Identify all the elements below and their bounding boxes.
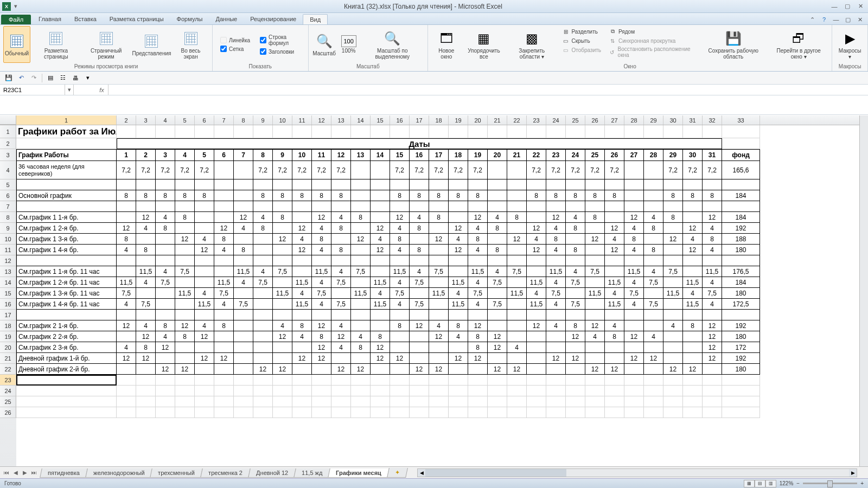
cell[interactable]: 12 (585, 364, 605, 375)
cell[interactable]: 8 (624, 234, 644, 245)
cell[interactable]: 12 (371, 342, 390, 353)
cell[interactable] (156, 234, 175, 245)
cell[interactable] (566, 310, 585, 320)
cell[interactable]: См.график 1 1-я бр. (16, 212, 117, 223)
cell[interactable]: 7,5 (312, 288, 331, 299)
cell[interactable] (156, 201, 175, 212)
cell[interactable]: 8 (390, 320, 410, 331)
cell[interactable]: 12 (410, 320, 429, 331)
cell[interactable] (312, 255, 331, 266)
cell[interactable]: 4 (449, 288, 468, 299)
cell[interactable] (312, 364, 331, 375)
cell[interactable] (507, 353, 527, 364)
zoom-level[interactable]: 122% (780, 480, 794, 486)
cell[interactable]: 4 (234, 277, 253, 288)
cell[interactable]: 12 (312, 212, 331, 223)
cell[interactable] (546, 255, 566, 266)
cell[interactable]: 165,6 (722, 161, 760, 179)
cell[interactable]: 12 (117, 320, 136, 331)
cell[interactable]: 8 (663, 212, 683, 223)
cell[interactable] (390, 201, 410, 212)
cell[interactable]: 12 (429, 364, 449, 375)
cell[interactable] (605, 201, 624, 212)
cell[interactable] (449, 179, 468, 190)
cell[interactable]: 11,5 (214, 277, 234, 288)
cell[interactable] (429, 310, 449, 320)
cell[interactable] (156, 375, 175, 386)
row-header[interactable]: 10 (0, 234, 16, 245)
column-header[interactable]: 30 (663, 115, 683, 125)
cell[interactable] (175, 299, 195, 310)
cell[interactable]: 12 (488, 364, 507, 375)
cell[interactable] (331, 310, 351, 320)
cell[interactable] (429, 342, 449, 353)
cell[interactable] (136, 375, 156, 386)
cell[interactable]: 7,2 (195, 161, 214, 179)
cell[interactable]: 4 (663, 320, 683, 331)
row-header[interactable]: 24 (0, 386, 16, 396)
row-header[interactable]: 11 (0, 245, 16, 255)
cell[interactable] (331, 407, 351, 418)
column-header[interactable]: 28 (624, 115, 644, 125)
cell[interactable]: См.график 1 2-я бр. 11 час (16, 277, 117, 288)
cell[interactable]: 4 (605, 234, 624, 245)
cell[interactable] (527, 212, 546, 223)
cell[interactable]: 8 (234, 245, 253, 255)
cell[interactable] (624, 190, 644, 201)
cell[interactable] (683, 266, 703, 277)
cell[interactable]: 8 (292, 190, 312, 201)
column-header[interactable]: 27 (605, 115, 624, 125)
cell[interactable] (488, 396, 507, 407)
cell[interactable] (566, 125, 585, 138)
cell[interactable] (429, 407, 449, 418)
cell[interactable] (449, 375, 468, 386)
cell[interactable]: 4 (195, 288, 214, 299)
cell[interactable]: 8 (156, 320, 175, 331)
cell[interactable]: 12 (663, 364, 683, 375)
cell[interactable]: 4 (253, 212, 273, 223)
cell[interactable] (546, 364, 566, 375)
close-button[interactable]: ✕ (855, 2, 866, 11)
cell[interactable] (175, 223, 195, 234)
cell[interactable]: 8 (292, 320, 312, 331)
cell[interactable] (117, 396, 136, 407)
cell[interactable] (624, 201, 644, 212)
column-header[interactable]: 19 (449, 115, 468, 125)
cell[interactable]: 7,5 (644, 299, 663, 310)
cell[interactable] (331, 255, 351, 266)
cell[interactable] (585, 396, 605, 407)
cell[interactable]: 4 (195, 320, 214, 331)
cell[interactable]: 7,2 (468, 161, 488, 179)
cell[interactable] (175, 179, 195, 190)
cell[interactable] (468, 255, 488, 266)
cell[interactable] (195, 223, 214, 234)
cell[interactable]: 8 (331, 190, 351, 201)
fullscreen-button[interactable]: Во весь экран (173, 26, 209, 63)
cell[interactable]: 11,5 (507, 288, 527, 299)
cell[interactable] (566, 255, 585, 266)
row-header[interactable]: 14 (0, 277, 16, 288)
cell[interactable] (390, 255, 410, 266)
cell[interactable] (663, 375, 683, 386)
cell[interactable] (507, 375, 527, 386)
cell[interactable] (527, 179, 546, 190)
cell[interactable]: Графики работ за Июль 2013 (16, 125, 117, 138)
cell[interactable] (624, 375, 644, 386)
cell[interactable] (488, 407, 507, 418)
cell[interactable]: 4 (292, 331, 312, 342)
cell[interactable] (253, 125, 273, 138)
cell[interactable] (117, 375, 136, 386)
cell[interactable] (253, 288, 273, 299)
cell[interactable] (253, 342, 273, 353)
workbook-minimize-icon[interactable]: — (831, 15, 841, 24)
cell[interactable]: 4 (331, 320, 351, 331)
cell[interactable]: 12 (703, 212, 722, 223)
cell[interactable] (253, 179, 273, 190)
cell[interactable] (605, 396, 624, 407)
cell[interactable] (644, 364, 663, 375)
cell[interactable] (488, 234, 507, 245)
cell[interactable]: 180 (722, 364, 760, 375)
cell[interactable] (585, 255, 605, 266)
cell[interactable] (663, 125, 683, 138)
cell[interactable]: 4 (468, 299, 488, 310)
